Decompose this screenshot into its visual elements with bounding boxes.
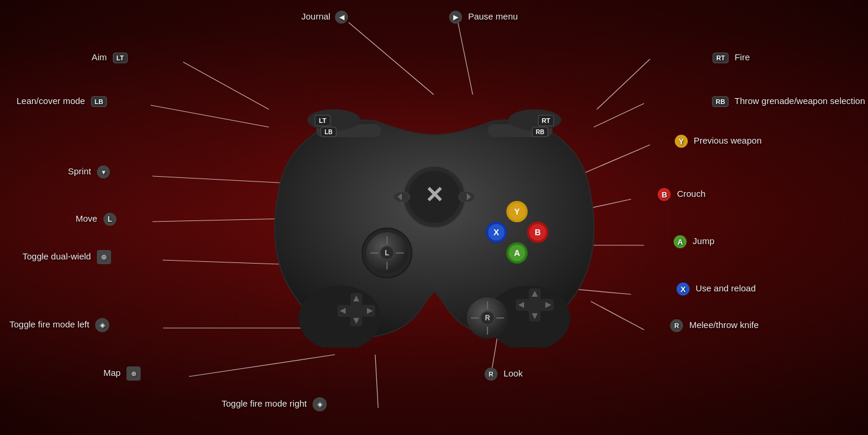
svg-text:L: L	[385, 249, 389, 257]
lean-cover-label: Lean/cover mode LB	[17, 96, 109, 107]
svg-line-8	[189, 355, 335, 376]
svg-line-3	[151, 105, 269, 127]
look-label: R Look	[485, 368, 523, 381]
svg-line-1	[458, 22, 473, 95]
svg-text:R: R	[485, 314, 490, 322]
svg-text:LT: LT	[318, 117, 326, 124]
svg-text:LB: LB	[324, 129, 332, 135]
toggle-dual-wield-label: Toggle dual-wield ⊕	[22, 250, 111, 264]
throw-grenade-label: RB Throw grenade/weapon selection	[712, 96, 865, 107]
pause-menu-label: ▶ Pause menu	[449, 11, 518, 24]
controller-diagram: ✕ L R	[263, 87, 606, 348]
svg-line-9	[375, 355, 378, 408]
svg-text:Y: Y	[514, 207, 520, 216]
toggle-fire-mode-left-label: Toggle fire mode left ◈	[9, 318, 109, 332]
svg-text:X: X	[493, 228, 499, 237]
svg-line-0	[349, 22, 434, 95]
move-label: Move L	[76, 213, 116, 226]
svg-text:✕: ✕	[425, 183, 444, 207]
svg-text:A: A	[513, 248, 519, 258]
toggle-fire-mode-right-label: Toggle fire mode right ◈	[222, 397, 327, 411]
prev-weapon-label: Y Previous weapon	[675, 135, 762, 148]
melee-label: R Melee/throw knife	[670, 319, 759, 332]
use-reload-label: X Use and reload	[677, 283, 756, 296]
sprint-label: Sprint ▼	[68, 165, 110, 178]
svg-text:B: B	[534, 228, 540, 237]
svg-text:RB: RB	[535, 129, 544, 135]
svg-line-2	[183, 62, 269, 109]
fire-label: RT Fire	[713, 52, 750, 63]
jump-label: A Jump	[674, 235, 714, 248]
crouch-label: B Crouch	[658, 188, 706, 201]
map-label: Map ⊕	[103, 366, 141, 381]
svg-text:RT: RT	[541, 117, 550, 124]
journal-label: Journal ◀	[301, 11, 348, 24]
aim-label: Aim LT	[92, 52, 130, 63]
